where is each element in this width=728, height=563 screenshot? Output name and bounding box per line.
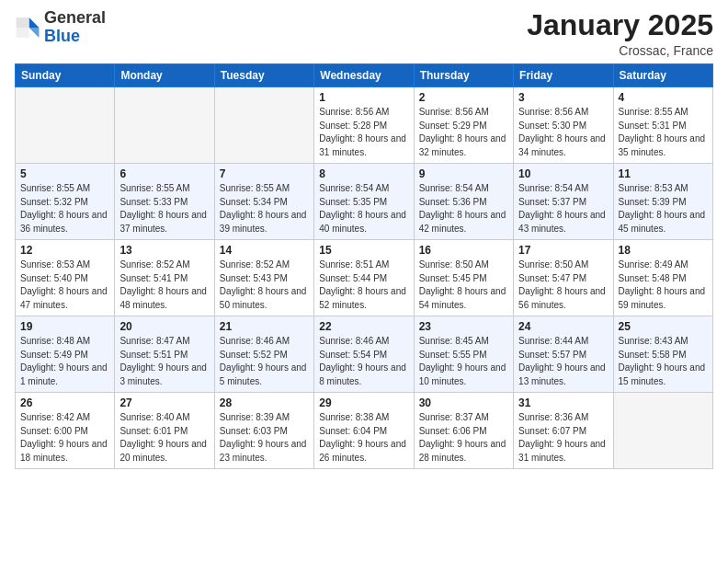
day-cell: 16Sunrise: 8:50 AMSunset: 5:45 PMDayligh… — [414, 240, 513, 316]
day-cell: 8Sunrise: 8:54 AMSunset: 5:35 PMDaylight… — [314, 164, 414, 240]
day-number: 13 — [119, 244, 209, 257]
day-number: 10 — [518, 167, 608, 180]
day-number: 11 — [619, 167, 708, 180]
col-header-sunday: Sunday — [16, 64, 115, 87]
day-number: 20 — [119, 320, 209, 333]
day-number: 19 — [20, 320, 109, 333]
header-row: SundayMondayTuesdayWednesdayThursdayFrid… — [16, 64, 713, 87]
day-info: Sunrise: 8:56 AMSunset: 5:28 PMDaylight:… — [319, 106, 408, 159]
week-row-3: 19Sunrise: 8:48 AMSunset: 5:49 PMDayligh… — [16, 316, 713, 393]
svg-rect-3 — [17, 28, 29, 38]
day-info: Sunrise: 8:45 AMSunset: 5:55 PMDaylight:… — [419, 335, 508, 388]
week-row-4: 26Sunrise: 8:42 AMSunset: 6:00 PMDayligh… — [16, 393, 713, 469]
day-cell: 25Sunrise: 8:43 AMSunset: 5:58 PMDayligh… — [613, 316, 712, 393]
day-cell: 1Sunrise: 8:56 AMSunset: 5:28 PMDaylight… — [314, 87, 414, 164]
day-number: 3 — [518, 91, 608, 104]
day-cell: 28Sunrise: 8:39 AMSunset: 6:03 PMDayligh… — [214, 393, 313, 469]
day-info: Sunrise: 8:54 AMSunset: 5:35 PMDaylight:… — [319, 182, 408, 236]
day-info: Sunrise: 8:52 AMSunset: 5:43 PMDaylight:… — [220, 259, 309, 312]
day-info: Sunrise: 8:52 AMSunset: 5:41 PMDaylight:… — [119, 259, 209, 312]
day-info: Sunrise: 8:56 AMSunset: 5:30 PMDaylight:… — [518, 106, 608, 159]
calendar-title: January 2025 — [527, 9, 713, 41]
day-info: Sunrise: 8:51 AMSunset: 5:44 PMDaylight:… — [319, 259, 408, 312]
day-number: 21 — [220, 320, 309, 333]
day-cell: 7Sunrise: 8:55 AMSunset: 5:34 PMDaylight… — [214, 164, 313, 240]
day-cell: 13Sunrise: 8:52 AMSunset: 5:41 PMDayligh… — [115, 240, 214, 316]
logo-text: General Blue — [44, 9, 106, 46]
day-number: 15 — [319, 244, 408, 257]
calendar-table: SundayMondayTuesdayWednesdayThursdayFrid… — [15, 63, 713, 469]
day-cell — [16, 87, 115, 164]
day-info: Sunrise: 8:55 AMSunset: 5:32 PMDaylight:… — [20, 182, 109, 236]
day-number: 9 — [419, 167, 508, 180]
day-cell: 22Sunrise: 8:46 AMSunset: 5:54 PMDayligh… — [314, 316, 414, 393]
day-info: Sunrise: 8:36 AMSunset: 6:07 PMDaylight:… — [518, 411, 608, 465]
day-info: Sunrise: 8:55 AMSunset: 5:31 PMDaylight:… — [619, 106, 708, 159]
day-number: 27 — [119, 396, 209, 409]
day-info: Sunrise: 8:50 AMSunset: 5:47 PMDaylight:… — [518, 259, 608, 312]
day-info: Sunrise: 8:39 AMSunset: 6:03 PMDaylight:… — [220, 411, 309, 465]
day-cell: 24Sunrise: 8:44 AMSunset: 5:57 PMDayligh… — [514, 316, 613, 393]
day-number: 23 — [419, 320, 508, 333]
day-number: 30 — [419, 396, 508, 409]
logo-general: General — [44, 8, 106, 27]
day-number: 16 — [419, 244, 508, 257]
day-number: 4 — [619, 91, 708, 104]
logo-icon — [15, 15, 40, 40]
day-info: Sunrise: 8:46 AMSunset: 5:54 PMDaylight:… — [319, 335, 408, 388]
logo-blue: Blue — [44, 27, 80, 45]
day-cell: 27Sunrise: 8:40 AMSunset: 6:01 PMDayligh… — [115, 393, 214, 469]
day-info: Sunrise: 8:54 AMSunset: 5:36 PMDaylight:… — [419, 182, 508, 236]
day-info: Sunrise: 8:47 AMSunset: 5:51 PMDaylight:… — [119, 335, 209, 388]
day-cell: 11Sunrise: 8:53 AMSunset: 5:39 PMDayligh… — [613, 164, 712, 240]
day-cell: 20Sunrise: 8:47 AMSunset: 5:51 PMDayligh… — [115, 316, 214, 393]
day-cell: 10Sunrise: 8:54 AMSunset: 5:37 PMDayligh… — [514, 164, 613, 240]
day-info: Sunrise: 8:53 AMSunset: 5:40 PMDaylight:… — [20, 259, 109, 312]
day-info: Sunrise: 8:43 AMSunset: 5:58 PMDaylight:… — [619, 335, 708, 388]
day-number: 25 — [619, 320, 708, 333]
day-cell: 4Sunrise: 8:55 AMSunset: 5:31 PMDaylight… — [613, 87, 712, 164]
day-info: Sunrise: 8:56 AMSunset: 5:29 PMDaylight:… — [419, 106, 508, 159]
day-number: 31 — [518, 396, 608, 409]
day-info: Sunrise: 8:48 AMSunset: 5:49 PMDaylight:… — [20, 335, 109, 388]
day-cell: 17Sunrise: 8:50 AMSunset: 5:47 PMDayligh… — [514, 240, 613, 316]
day-number: 24 — [518, 320, 608, 333]
day-cell: 3Sunrise: 8:56 AMSunset: 5:30 PMDaylight… — [514, 87, 613, 164]
day-cell: 23Sunrise: 8:45 AMSunset: 5:55 PMDayligh… — [414, 316, 513, 393]
day-info: Sunrise: 8:50 AMSunset: 5:45 PMDaylight:… — [419, 259, 508, 312]
day-number: 6 — [119, 167, 209, 180]
day-number: 18 — [619, 244, 708, 257]
day-cell: 19Sunrise: 8:48 AMSunset: 5:49 PMDayligh… — [16, 316, 115, 393]
header: General Blue January 2025 Crossac, Franc… — [15, 9, 713, 58]
day-cell: 30Sunrise: 8:37 AMSunset: 6:06 PMDayligh… — [414, 393, 513, 469]
col-header-thursday: Thursday — [414, 64, 513, 87]
col-header-monday: Monday — [115, 64, 214, 87]
day-info: Sunrise: 8:53 AMSunset: 5:39 PMDaylight:… — [619, 182, 708, 236]
day-info: Sunrise: 8:55 AMSunset: 5:33 PMDaylight:… — [119, 182, 209, 236]
calendar-subtitle: Crossac, France — [527, 43, 713, 58]
page: General Blue January 2025 Crossac, Franc… — [0, 0, 728, 563]
day-cell — [613, 393, 712, 469]
day-cell: 9Sunrise: 8:54 AMSunset: 5:36 PMDaylight… — [414, 164, 513, 240]
day-number: 22 — [319, 320, 408, 333]
day-number: 2 — [419, 91, 508, 104]
week-row-1: 5Sunrise: 8:55 AMSunset: 5:32 PMDaylight… — [16, 164, 713, 240]
day-cell — [214, 87, 313, 164]
day-info: Sunrise: 8:42 AMSunset: 6:00 PMDaylight:… — [20, 411, 109, 465]
day-number: 14 — [220, 244, 309, 257]
day-cell: 18Sunrise: 8:49 AMSunset: 5:48 PMDayligh… — [613, 240, 712, 316]
day-number: 12 — [20, 244, 109, 257]
day-cell: 26Sunrise: 8:42 AMSunset: 6:00 PMDayligh… — [16, 393, 115, 469]
day-info: Sunrise: 8:44 AMSunset: 5:57 PMDaylight:… — [518, 335, 608, 388]
col-header-tuesday: Tuesday — [214, 64, 313, 87]
day-number: 26 — [20, 396, 109, 409]
day-cell: 15Sunrise: 8:51 AMSunset: 5:44 PMDayligh… — [314, 240, 414, 316]
day-cell: 31Sunrise: 8:36 AMSunset: 6:07 PMDayligh… — [514, 393, 613, 469]
logo: General Blue — [15, 9, 106, 46]
day-cell: 5Sunrise: 8:55 AMSunset: 5:32 PMDaylight… — [16, 164, 115, 240]
day-cell: 14Sunrise: 8:52 AMSunset: 5:43 PMDayligh… — [214, 240, 313, 316]
day-cell: 21Sunrise: 8:46 AMSunset: 5:52 PMDayligh… — [214, 316, 313, 393]
day-cell — [115, 87, 214, 164]
day-number: 7 — [220, 167, 309, 180]
day-number: 29 — [319, 396, 408, 409]
